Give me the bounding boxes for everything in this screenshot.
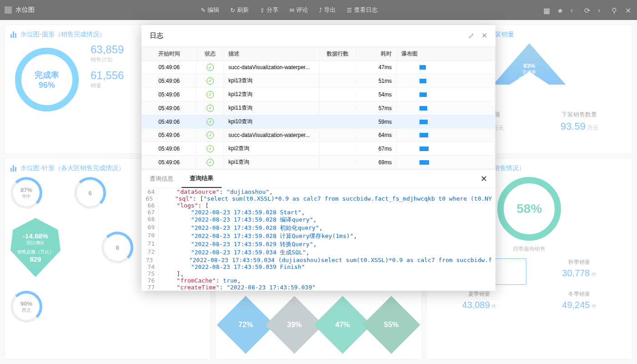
code-line: 75 ], — [142, 270, 495, 277]
cell-waterfall — [397, 130, 495, 140]
code-line: 73 "2022-08-23 17:43:59.034 (dujiaoshou)… — [142, 257, 495, 263]
cell-elapsed: 47ms — [356, 61, 397, 73]
modal-overlay: 日志 ⤢ ✕ 开始时间 状态 描述 数据行数 耗时 瀑布图 05:49:06✓s… — [0, 0, 637, 364]
cell-desc: kpi1查询 — [224, 156, 319, 169]
cell-elapsed: 51ms — [356, 75, 397, 87]
cell-time: 05:49:06 — [142, 61, 197, 73]
cell-desc: kpi13查询 — [224, 74, 319, 87]
cell-status: ✓ — [197, 156, 224, 169]
cell-desc: succ-dataVisualization-waterper... — [224, 61, 319, 73]
cell-time: 05:49:06 — [142, 89, 197, 101]
cell-rows — [319, 119, 356, 125]
status-ok-icon: ✓ — [207, 145, 214, 152]
cell-waterfall — [397, 144, 495, 154]
cell-status: ✓ — [197, 116, 224, 128]
result-tabs: 查询信息 查询结果 ✕ — [142, 170, 495, 188]
cell-waterfall — [397, 117, 495, 127]
log-table: 开始时间 状态 描述 数据行数 耗时 瀑布图 05:49:06✓succ-dat… — [142, 47, 495, 170]
code-line: 77 "createTime": "2022-08-23 17:43:59.03… — [142, 284, 495, 291]
cell-elapsed: 57ms — [356, 102, 397, 114]
code-line: 76 "fromCache": true, — [142, 277, 495, 284]
log-row[interactable]: 05:49:06✓kpi10查询59ms — [142, 115, 495, 129]
code-line: 69 "2022-08-23 17:43:59.028 初始化query", — [142, 224, 495, 232]
code-line: 71 "2022-08-23 17:43:59.029 转换Query", — [142, 240, 495, 248]
modal-title: 日志 — [150, 31, 163, 40]
status-ok-icon: ✓ — [207, 105, 214, 112]
status-ok-icon: ✓ — [207, 91, 214, 98]
cell-desc: kpi12查询 — [224, 88, 319, 101]
tab-query-result[interactable]: 查询结果 — [182, 170, 222, 188]
modal-close-icon[interactable]: ✕ — [481, 31, 487, 40]
cell-status: ✓ — [197, 75, 224, 87]
cell-rows — [319, 92, 356, 97]
code-line: 74 "2022-08-23 17:43:59.039 Finish" — [142, 263, 495, 270]
cell-time: 05:49:06 — [142, 143, 197, 155]
tab-query-info[interactable]: 查询信息 — [142, 170, 182, 187]
cell-elapsed: 59ms — [356, 116, 397, 128]
code-line: 65 "sql": ["select sum(t0.XSSL)*0.9 as c… — [142, 195, 495, 202]
cell-waterfall — [397, 157, 495, 167]
cell-status: ✓ — [197, 142, 224, 155]
cell-desc: kpi11查询 — [224, 101, 319, 115]
cell-rows — [319, 146, 356, 152]
code-line: 72 "2022-08-23 17:43:59.034 生成SQL", — [142, 248, 495, 257]
cell-waterfall — [397, 76, 495, 86]
tab-close-icon[interactable]: ✕ — [472, 174, 495, 184]
log-row[interactable]: 05:49:06✓kpi2查询67ms — [142, 142, 495, 156]
cell-waterfall — [397, 62, 495, 72]
log-row[interactable]: 05:49:06✓succ-dataVisualization-waterper… — [142, 129, 495, 142]
cell-rows — [319, 160, 356, 165]
cell-time: 05:49:06 — [142, 129, 197, 141]
log-table-header: 开始时间 状态 描述 数据行数 耗时 瀑布图 — [142, 47, 495, 61]
cell-status: ✓ — [197, 61, 224, 74]
code-line: 64 "dataSource": "dujiaoshou", — [142, 188, 495, 195]
cell-rows — [319, 106, 356, 111]
cell-status: ✓ — [197, 129, 224, 142]
col-elapsed: 耗时 — [356, 47, 397, 61]
cell-rows — [319, 132, 356, 138]
col-status: 状态 — [197, 47, 224, 61]
log-row[interactable]: 05:49:06✓kpi12查询54ms — [142, 88, 495, 101]
cell-time: 05:49:06 — [142, 116, 197, 128]
log-row[interactable]: 05:49:06✓kpi13查询51ms — [142, 74, 495, 88]
code-line: 70 "2022-08-23 17:43:59.028 计算Query缓存key… — [142, 232, 495, 240]
cell-desc: succ-dataVisualization-waterper... — [224, 129, 319, 141]
cell-elapsed: 69ms — [356, 157, 397, 168]
log-row[interactable]: 05:49:06✓kpi11查询57ms — [142, 101, 495, 115]
code-line: 66 "logs": [ — [142, 202, 495, 209]
log-row[interactable]: 05:49:06✓kpi1查询69ms — [142, 156, 495, 169]
log-modal: 日志 ⤢ ✕ 开始时间 状态 描述 数据行数 耗时 瀑布图 05:49:06✓s… — [142, 25, 495, 291]
cell-desc: kpi10查询 — [224, 115, 319, 128]
code-line: 68 "2022-08-23 17:43:59.028 编译query", — [142, 216, 495, 224]
cell-elapsed: 67ms — [356, 143, 397, 155]
col-description: 描述 — [224, 47, 319, 61]
status-ok-icon: ✓ — [207, 159, 214, 166]
status-ok-icon: ✓ — [207, 118, 214, 126]
col-waterfall: 瀑布图 — [397, 47, 495, 61]
cell-elapsed: 64ms — [356, 129, 397, 141]
col-rowcount: 数据行数 — [319, 47, 356, 61]
cell-elapsed: 54ms — [356, 89, 397, 101]
log-row[interactable]: 05:49:06✓succ-dataVisualization-waterper… — [142, 61, 495, 74]
cell-status: ✓ — [197, 88, 224, 101]
cell-time: 05:49:06 — [142, 102, 197, 114]
cell-time: 05:49:06 — [142, 75, 197, 87]
expand-icon[interactable]: ⤢ — [468, 31, 474, 40]
cell-waterfall — [397, 103, 495, 113]
code-viewer[interactable]: 64 "dataSource": "dujiaoshou",65 "sql": … — [142, 188, 495, 291]
cell-waterfall — [397, 90, 495, 100]
col-start-time: 开始时间 — [142, 47, 197, 61]
cell-rows — [319, 65, 356, 70]
status-ok-icon: ✓ — [207, 64, 214, 71]
status-ok-icon: ✓ — [207, 131, 214, 139]
status-ok-icon: ✓ — [207, 77, 214, 85]
cell-rows — [319, 78, 356, 84]
cell-time: 05:49:06 — [142, 157, 197, 168]
cell-status: ✓ — [197, 102, 224, 115]
cell-desc: kpi2查询 — [224, 142, 319, 155]
code-line: 67 "2022-08-23 17:43:59.028 Start", — [142, 209, 495, 216]
